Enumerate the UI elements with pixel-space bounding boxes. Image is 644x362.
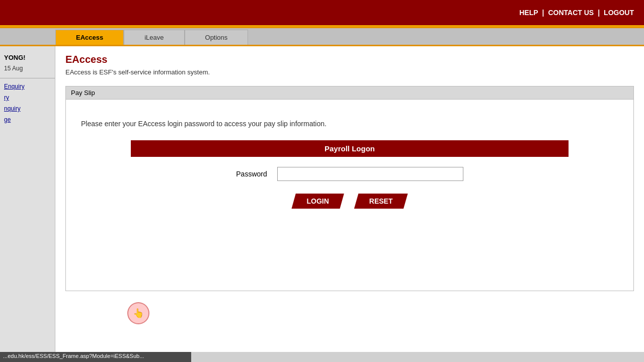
statusbar-url: ...edu.hk/ess/ESS/ESS_Frame.asp?Module=i… <box>3 353 144 359</box>
help-link[interactable]: HELP <box>519 9 538 17</box>
password-input[interactable] <box>277 167 463 181</box>
main-layout: YONG! 15 Aug Enquiry ry nquiry ge EAcces… <box>0 46 644 352</box>
statusbar: ...edu.hk/ess/ESS/ESS_Frame.asp?Module=i… <box>0 352 191 362</box>
sidebar-divider <box>0 78 55 78</box>
button-row: LOGIN RESET <box>131 194 569 209</box>
sidebar: YONG! 15 Aug Enquiry ry nquiry ge <box>0 46 55 352</box>
payslip-body: Please enter your EAccess login password… <box>66 100 633 291</box>
login-button[interactable]: LOGIN <box>291 194 344 209</box>
sidebar-link-ry[interactable]: ry <box>0 92 55 103</box>
sidebar-greeting: YONG! <box>0 51 55 64</box>
header-bar: HELP | CONTACT US | LOGOUT <box>0 0 644 25</box>
sidebar-link-nquiry[interactable]: nquiry <box>0 103 55 114</box>
payroll-logon-header: Payroll Logon <box>131 140 569 157</box>
payroll-logon-box: Payroll Logon Password LOGIN RESET <box>131 140 569 209</box>
sidebar-link-ge[interactable]: ge <box>0 114 55 125</box>
payslip-section: Pay Slip Please enter your EAccess login… <box>65 86 634 291</box>
page-subtitle: EAccess is ESF's self-service informatio… <box>65 68 634 76</box>
page-title: EAccess <box>65 54 634 65</box>
tab-ileave[interactable]: iLeave <box>124 30 184 45</box>
payslip-header: Pay Slip <box>66 86 633 100</box>
payslip-instruction: Please enter your EAccess login password… <box>81 120 623 128</box>
content-area: EAccess EAccess is ESF's self-service in… <box>55 46 644 352</box>
nav-tabs: EAccess iLeave Options <box>0 28 644 46</box>
reset-button[interactable]: RESET <box>354 194 408 209</box>
separator-2: | <box>598 9 600 17</box>
payroll-form: Password <box>131 157 569 191</box>
sidebar-date: 15 Aug <box>0 64 55 73</box>
password-label: Password <box>236 170 267 178</box>
tab-options[interactable]: Options <box>185 30 249 45</box>
tab-eaccess[interactable]: EAccess <box>55 30 124 45</box>
contact-us-link[interactable]: CONTACT US <box>548 9 594 17</box>
separator-1: | <box>542 9 544 17</box>
sidebar-link-enquiry[interactable]: Enquiry <box>0 81 55 92</box>
logout-link[interactable]: LOGOUT <box>604 9 634 17</box>
